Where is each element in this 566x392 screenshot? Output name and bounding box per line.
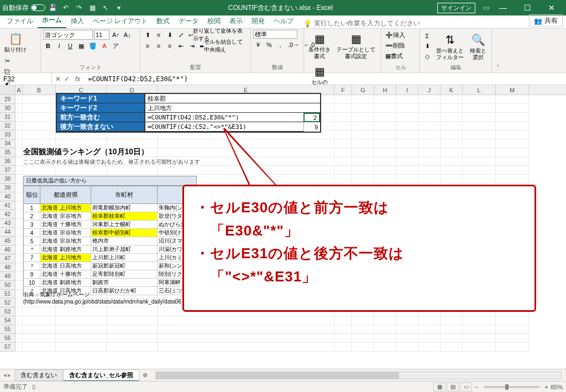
forward-match-result[interactable]: 2 [303, 113, 320, 122]
cell[interactable] [396, 122, 418, 130]
table-cell[interactable]: 釧路市 [91, 279, 158, 286]
close-button[interactable]: ✕ [539, 0, 564, 15]
format-cells-button[interactable]: ▦書式 [384, 51, 405, 61]
cell[interactable] [396, 325, 418, 334]
row-header[interactable]: 51 [0, 290, 15, 299]
cell[interactable] [23, 343, 56, 352]
cell[interactable] [23, 130, 56, 139]
cell[interactable] [352, 130, 374, 139]
cell[interactable] [334, 316, 352, 325]
table-cell[interactable]: 枝幸郡枝幸町 [91, 212, 158, 220]
col-header[interactable]: F [334, 85, 352, 95]
cell[interactable] [352, 175, 374, 184]
cell[interactable] [463, 325, 496, 334]
cell[interactable] [23, 307, 56, 316]
table-cell[interactable]: 足寄郡陸別町 [91, 270, 158, 278]
format-as-table-button[interactable]: ▦テーブルとして 書式設定 [334, 30, 378, 61]
cell[interactable] [463, 113, 496, 122]
cell[interactable] [15, 316, 23, 325]
cell[interactable] [463, 334, 496, 343]
table-cell[interactable]: 枝幸郡中頓別町 [91, 229, 158, 237]
sheet-nav-prev[interactable]: ▸ [8, 372, 11, 379]
share-button[interactable]: 👥 共有 [529, 14, 563, 27]
table-cell[interactable]: 北海道 釧路地方 [40, 245, 91, 253]
normal-view-button[interactable]: ▦ [433, 383, 446, 391]
cell[interactable] [374, 334, 396, 343]
cell[interactable] [15, 192, 23, 201]
delete-cells-button[interactable]: ➖削除 [384, 40, 407, 50]
number-format-combo[interactable] [253, 30, 297, 39]
cell[interactable] [15, 334, 23, 343]
cell[interactable] [23, 104, 56, 113]
cell[interactable] [15, 113, 23, 122]
col-header[interactable]: G [352, 85, 374, 95]
col-header[interactable]: L [463, 85, 496, 95]
cell[interactable] [441, 95, 463, 104]
cell[interactable] [23, 325, 56, 334]
ribbon-options-icon[interactable]: ▭ [481, 3, 491, 13]
sheet-tab-2[interactable]: 含む含まない_セル参照 [63, 369, 139, 381]
underline-button[interactable]: U [65, 41, 75, 51]
col-header[interactable]: J [418, 85, 441, 95]
cell[interactable] [15, 245, 23, 254]
decrease-indent-button[interactable]: ⇤ [176, 41, 186, 51]
table-cell[interactable]: 北海道 日高地方 [40, 262, 91, 270]
table-cell[interactable]: 5 [24, 237, 40, 245]
cell[interactable] [463, 139, 496, 148]
cell[interactable] [352, 334, 374, 343]
cell[interactable] [15, 307, 23, 316]
cell[interactable] [15, 263, 23, 272]
cell[interactable] [374, 139, 396, 148]
cell[interactable] [23, 95, 56, 104]
cell[interactable] [334, 95, 352, 104]
pointer-icon[interactable]: ↖ [101, 3, 111, 13]
cell[interactable] [418, 122, 441, 130]
row-header[interactable]: 31 [0, 113, 15, 122]
sheet-tab-1[interactable]: 含む含まない [14, 369, 63, 381]
cell[interactable] [158, 334, 334, 343]
tab-pagelayout[interactable]: ページ レイアウト [88, 14, 152, 28]
cell[interactable] [441, 166, 463, 175]
cell[interactable] [15, 237, 23, 245]
cell[interactable] [15, 139, 23, 148]
cell[interactable] [463, 175, 496, 184]
cell[interactable] [441, 104, 463, 113]
cell[interactable] [15, 219, 23, 228]
worksheet-grid[interactable]: A B C D E F G H I J K L M 29303132333435… [0, 85, 566, 373]
comma-button[interactable]: , [275, 40, 285, 50]
cell[interactable] [374, 157, 396, 166]
sort-filter-button[interactable]: ⇅並べ替えと フィルター [434, 31, 466, 62]
cell[interactable] [374, 104, 396, 113]
cell[interactable] [463, 157, 496, 166]
cell[interactable] [352, 104, 374, 113]
col-header[interactable]: B [23, 85, 56, 95]
cell[interactable] [352, 122, 374, 130]
cell[interactable] [334, 166, 352, 175]
fx-icon[interactable]: fx [75, 75, 80, 83]
cell[interactable] [56, 343, 107, 352]
page-layout-view-button[interactable]: ▤ [447, 383, 459, 391]
cell[interactable] [441, 325, 463, 334]
table-cell[interactable]: 雨竜郡幌加内町 [91, 204, 158, 212]
row-header[interactable]: 34 [0, 139, 15, 148]
cell[interactable] [15, 290, 23, 299]
row-header[interactable]: 35 [0, 148, 15, 157]
name-box[interactable]: F32 [0, 73, 52, 85]
font-size-combo[interactable] [94, 30, 109, 40]
cell[interactable] [463, 166, 496, 175]
cell[interactable] [352, 157, 374, 166]
border-button[interactable]: ▦ [76, 41, 86, 51]
row-header[interactable]: 42 [0, 210, 15, 219]
table-cell[interactable]: 新冠郡新冠町 [91, 262, 158, 270]
page-break-view-button[interactable]: ▭ [460, 383, 472, 391]
cell[interactable] [15, 166, 23, 175]
cell[interactable] [396, 104, 418, 113]
undo-icon[interactable]: ↶ [61, 3, 71, 13]
cell[interactable] [334, 104, 352, 113]
cell[interactable] [374, 148, 396, 157]
cell[interactable] [463, 316, 496, 325]
increase-decimal-button[interactable]: .0→ [286, 40, 301, 50]
redo-icon[interactable]: ↷ [74, 3, 84, 13]
cell[interactable] [23, 122, 56, 130]
table-cell[interactable]: 北海道 釧路地方 [40, 279, 91, 286]
